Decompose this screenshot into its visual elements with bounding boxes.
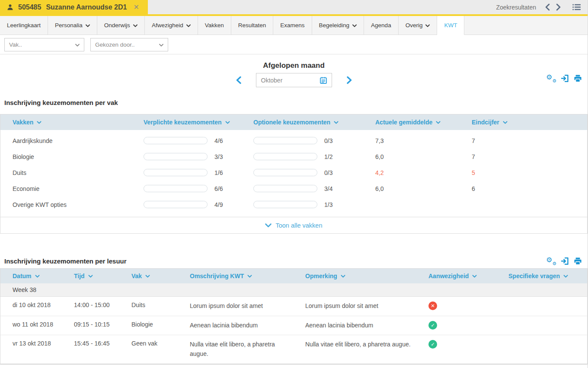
tijd-value: 14:00 - 15:00 [74,301,131,308]
verplicht-cell: 3/3 [131,153,253,160]
nav-tab[interactable]: Examens [273,16,312,35]
sort-header-verplicht[interactable]: Verplichte keuzemomenten [131,119,253,126]
omschrijving-value: Nulla vitae elit libero, a pharetra augu… [190,340,287,358]
print-icon[interactable] [574,75,582,82]
next-month-icon[interactable] [347,76,352,84]
vak-value: Duits [131,301,190,308]
sort-chevron-icon [35,275,40,278]
sort-chevron-icon [503,121,508,124]
settings-icon[interactable]: ⚙⚙ [547,257,556,265]
chevron-down-icon [133,22,137,29]
optioneel-value: 1/3 [324,201,332,208]
verplicht-progressbar [144,201,208,208]
nav-tab[interactable]: Vakken [198,16,231,35]
export-icon[interactable] [561,75,569,82]
month-nav: Oktober [236,73,352,87]
table2-title: Inschrijving keuzemomenten per lesuur [4,257,127,265]
sort-chevron-icon [563,275,568,278]
verplicht-value: 4/6 [214,137,223,144]
vak-name: Duits [0,169,131,176]
table-row: di 10 okt 2018 14:00 - 15:00 Duits Lorum… [0,297,587,316]
nav-tab-label: Onderwijs [104,22,130,29]
nav-tab[interactable]: Agenda [364,16,399,35]
main-nav: Leerlingkaart Personalia Onderwijs Afwez… [0,16,588,35]
sort-header-vak[interactable]: Vak [131,273,190,279]
list-icon[interactable] [572,4,581,10]
opmerking-value: Aenean lacinia bibendum [305,321,412,330]
gemiddelde-value: 4,2 [375,169,472,176]
nav-tab[interactable]: Afwezigheid [145,16,198,35]
verplicht-cell: 6/6 [131,185,253,192]
verplicht-value: 4/9 [214,201,223,208]
prev-month-icon[interactable] [236,76,241,84]
export-icon[interactable] [561,257,569,265]
period-section: Afgelopen maand Oktober ⚙⚙ Inschrijving … [0,61,588,107]
nav-tab-label: Begeleiding [319,22,350,29]
nav-tab[interactable]: Overig [399,16,438,35]
optioneel-value: 3/4 [324,185,332,192]
datum-value: di 10 okt 2018 [0,301,74,308]
per-lesuur-table: Datum Tijd Vak Omschrijving KWT Opmerkin… [0,268,588,365]
nav-tab[interactable]: Resultaten [231,16,274,35]
chevron-down-icon [425,22,430,29]
absent-icon: ✕ [428,301,437,310]
opmerking-value: Lorum ipsum dolor sit amet [305,301,412,311]
sort-header-gemiddelde[interactable]: Actuele gemiddelde [375,119,472,126]
verplicht-progressbar [144,137,208,144]
sort-chevron-icon [247,275,252,278]
student-name: Suzanne Aarnoudse 2D1 [46,3,127,11]
chevron-left-icon[interactable] [545,3,550,11]
nav-tab-label: Resultaten [238,22,266,29]
chevron-right-icon[interactable] [556,3,561,11]
tijd-value: 15:45 - 16:45 [74,340,131,347]
student-tab[interactable]: 505485 Suzanne Aarnoudse 2D1 ✕ [0,0,148,14]
verplicht-progressbar [144,169,208,176]
toon-alle-vakken-link[interactable]: Toon alle vakken [0,217,587,233]
close-icon[interactable]: ✕ [133,4,139,11]
vak-value: Biologie [131,321,190,328]
month-input[interactable]: Oktober [256,73,332,87]
sort-header-aanwezigheid[interactable]: Aanwezigheid [428,273,508,279]
nav-tab[interactable]: Begeleiding [312,16,364,35]
nav-tab[interactable]: Onderwijs [97,16,145,35]
per-vak-table: Vakken Verplichte keuzemomenten Optionel… [0,114,588,234]
optioneel-progressbar [253,153,317,160]
calendar-icon[interactable] [320,77,327,84]
nav-tab[interactable]: Leerlingkaart [0,16,48,35]
chevron-down-icon [352,22,357,29]
verplicht-cell: 1/6 [131,169,253,176]
optioneel-cell: 0/3 [253,137,375,144]
sort-header-vakken[interactable]: Vakken [0,119,131,126]
sort-header-datum[interactable]: Datum [0,273,74,279]
print-icon[interactable] [574,257,582,265]
nav-tab[interactable]: Personalia [48,16,97,35]
optioneel-progressbar [253,201,317,208]
sort-header-tijd[interactable]: Tijd [74,273,131,279]
present-icon: ✓ [428,340,437,349]
week-group-row: Week 38 [0,283,587,297]
table1-actions: ⚙⚙ [547,74,582,82]
vak-select[interactable]: Vak.. [4,38,84,51]
settings-icon[interactable]: ⚙⚙ [547,74,556,82]
sort-header-eindcijfer[interactable]: Eindcijfer [472,119,587,126]
sort-header-optioneel[interactable]: Optionele keuzemomenten [253,119,375,126]
table-row: Biologie 3/3 1/2 6,0 7 [0,149,587,165]
sort-header-opmerking[interactable]: Opmerking [305,273,428,279]
optioneel-progressbar [253,137,317,144]
verplicht-progressbar [144,153,208,160]
topbar-right: Zoekresultaten [496,0,588,14]
optioneel-cell: 1/3 [253,201,375,208]
gemiddelde-value: 6,0 [375,185,472,192]
gekozen-door-select[interactable]: Gekozen door.. [90,38,168,51]
sort-header-omschrijving[interactable]: Omschrijving KWT [190,273,305,279]
aanwezigheid-cell: ✕ [428,301,508,310]
sort-header-specifieke-vragen[interactable]: Specifieke vragen [508,273,587,279]
sort-chevron-icon [88,275,93,278]
result-nav-arrows [545,3,561,11]
omschrijving-value: Lorum ipsum dolor sit amet [190,301,287,311]
optioneel-cell: 1/2 [253,153,375,160]
eindcijfer-value: 7 [472,137,587,144]
aanwezigheid-cell: ✓ [428,321,508,330]
chevron-down-icon [75,41,80,48]
nav-tab[interactable]: KWT [437,16,464,35]
